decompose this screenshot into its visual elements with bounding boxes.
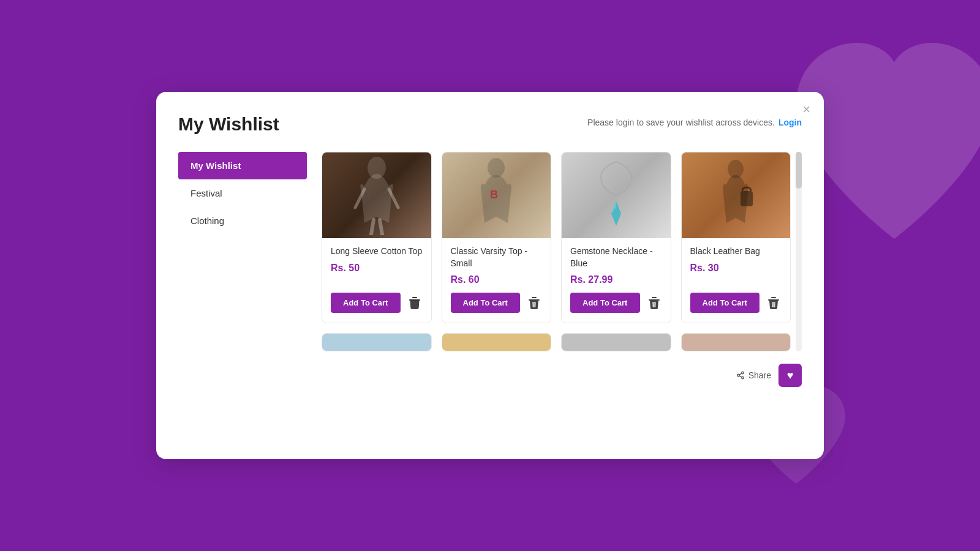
product-actions: Add To Cart (322, 293, 431, 313)
product-image: B (442, 152, 551, 238)
product-card-partial (442, 333, 552, 351)
products-row2 (322, 333, 802, 351)
wishlist-modal: × My Wishlist Please login to save your … (156, 92, 824, 459)
add-to-cart-button[interactable]: Add To Cart (690, 293, 760, 313)
modal-header: My Wishlist Please login to save your wi… (178, 114, 802, 135)
product-card-partial (322, 333, 432, 351)
svg-point-30 (741, 377, 744, 380)
svg-rect-10 (532, 297, 537, 298)
modal-body: My Wishlist Festival Clothing (178, 152, 802, 351)
product-actions: Add To Cart (442, 293, 551, 313)
svg-text:B: B (490, 189, 498, 201)
login-note-area: Please login to save your wishlist acros… (587, 118, 802, 127)
product-image-wrapper: B (442, 152, 551, 238)
add-to-cart-button[interactable]: Add To Cart (451, 293, 521, 313)
modal-footer: Share ♥ (178, 364, 802, 387)
product-price: Rs. 30 (690, 263, 782, 274)
scrollbar-track[interactable] (796, 152, 802, 351)
product-info: Classic Varsity Top - Small Rs. 60 (442, 238, 551, 293)
sidebar-item-festival[interactable]: Festival (178, 179, 307, 207)
product-price: Rs. 50 (331, 263, 423, 274)
product-image (322, 152, 431, 238)
product-image-wrapper (322, 152, 431, 238)
svg-rect-17 (652, 297, 657, 298)
product-actions: Add To Cart (682, 293, 791, 313)
product-actions: Add To Cart (562, 293, 671, 313)
product-info: Gemstone Necklace - Blue Rs. 27.99 (562, 238, 671, 293)
svg-line-32 (739, 373, 742, 375)
modal-title: My Wishlist (178, 114, 279, 135)
sidebar-item-my-wishlist[interactable]: My Wishlist (178, 152, 307, 179)
products-grid: Long Sleeve Cotton Top Rs. 50 Add To Car… (322, 152, 802, 323)
svg-rect-24 (771, 297, 776, 298)
sidebar: My Wishlist Festival Clothing (178, 152, 307, 351)
content-area: Long Sleeve Cotton Top Rs. 50 Add To Car… (322, 152, 802, 351)
product-name: Classic Varsity Top - Small (451, 246, 543, 269)
product-image-wrapper (682, 152, 791, 238)
product-info: Long Sleeve Cotton Top Rs. 50 (322, 238, 431, 293)
add-to-cart-button[interactable]: Add To Cart (331, 293, 401, 313)
delete-button[interactable] (407, 294, 423, 312)
login-note-text: Please login to save your wishlist acros… (587, 118, 775, 127)
delete-button[interactable] (766, 294, 782, 312)
product-name: Long Sleeve Cotton Top (331, 246, 423, 258)
delete-button[interactable] (526, 294, 542, 312)
svg-rect-9 (529, 299, 540, 301)
svg-point-29 (737, 374, 739, 377)
product-card: Gemstone Necklace - Blue Rs. 27.99 Add T… (561, 152, 671, 323)
svg-rect-6 (412, 297, 417, 298)
product-card-partial (681, 333, 791, 351)
product-image-wrapper (562, 152, 671, 238)
login-link[interactable]: Login (778, 118, 802, 127)
product-card-partial (561, 333, 671, 351)
svg-rect-23 (768, 299, 779, 301)
svg-rect-16 (649, 299, 660, 301)
scrollbar-thumb (796, 152, 802, 189)
product-card: Black Leather Bag Rs. 30 Add To Cart (681, 152, 791, 323)
product-price: Rs. 60 (451, 274, 543, 285)
share-label: Share (748, 370, 771, 380)
svg-point-7 (488, 158, 505, 178)
trash-icon (768, 297, 779, 309)
product-image (562, 152, 671, 238)
wishlist-heart-button[interactable]: ♥ (778, 364, 802, 387)
svg-rect-22 (741, 191, 753, 206)
svg-line-31 (739, 376, 742, 377)
product-name: Black Leather Bag (690, 246, 782, 258)
product-name: Gemstone Necklace - Blue (570, 246, 662, 269)
share-icon (736, 371, 745, 380)
delete-button[interactable] (646, 294, 662, 312)
svg-line-3 (371, 220, 374, 235)
close-button[interactable]: × (802, 103, 810, 116)
add-to-cart-button[interactable]: Add To Cart (570, 293, 640, 313)
share-button[interactable]: Share (736, 370, 771, 380)
trash-icon (529, 297, 540, 309)
sidebar-item-clothing[interactable]: Clothing (178, 207, 307, 234)
trash-icon (649, 297, 660, 309)
product-price: Rs. 27.99 (570, 274, 662, 285)
svg-point-28 (741, 372, 744, 374)
product-card: Long Sleeve Cotton Top Rs. 50 Add To Car… (322, 152, 432, 323)
trash-icon (409, 297, 420, 309)
product-image (682, 152, 791, 238)
svg-line-4 (380, 220, 383, 235)
product-info: Black Leather Bag Rs. 30 (682, 238, 791, 293)
product-card: B Classic Varsity Top - Small Rs. 60 Add… (442, 152, 552, 323)
heart-icon: ♥ (787, 369, 794, 382)
